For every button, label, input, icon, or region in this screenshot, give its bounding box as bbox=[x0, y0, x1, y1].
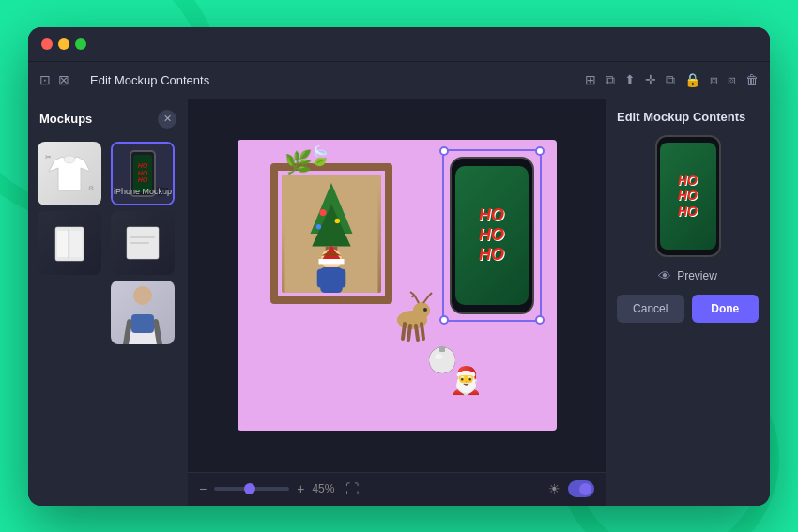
app-window: ⊡ ⊠ Edit Mockup Contents ⊞ ⧉ ⬆ ✛ ⧉ 🔒 ⧈ ⧇… bbox=[28, 27, 770, 506]
handle-tl[interactable] bbox=[439, 146, 449, 156]
svg-line-25 bbox=[403, 324, 405, 339]
zoom-slider[interactable] bbox=[214, 487, 289, 491]
svg-point-34 bbox=[423, 308, 427, 312]
svg-rect-20 bbox=[337, 268, 345, 287]
mockup-item-paper-square[interactable] bbox=[111, 211, 175, 275]
canvas-area: 🌿 🍃 bbox=[188, 99, 606, 506]
layers-icon[interactable]: ⧉ bbox=[666, 73, 675, 86]
deer-figure bbox=[386, 290, 433, 345]
right-panel-title: Edit Mockup Contents bbox=[617, 110, 759, 124]
svg-line-33 bbox=[429, 293, 432, 296]
fit-screen-button[interactable]: ⛶ bbox=[345, 481, 359, 496]
preview-row[interactable]: 👁 Preview bbox=[617, 268, 759, 283]
add-icon[interactable]: ⊞ bbox=[585, 73, 596, 86]
svg-point-16 bbox=[315, 224, 320, 229]
svg-point-8 bbox=[133, 286, 152, 305]
lock-icon[interactable]: 🔒 bbox=[684, 73, 700, 86]
svg-line-32 bbox=[423, 296, 429, 303]
svg-point-14 bbox=[319, 208, 326, 215]
person-icon bbox=[111, 281, 175, 344]
canvas-bg: 🌿 🍃 bbox=[238, 140, 557, 431]
dark-theme-button[interactable] bbox=[568, 480, 594, 497]
upload-icon[interactable]: ⬆ bbox=[624, 73, 636, 86]
eye-icon: 👁 bbox=[658, 268, 671, 283]
zoom-percent: 45% bbox=[312, 482, 334, 495]
move-icon[interactable]: ✛ bbox=[645, 73, 656, 86]
svg-line-29 bbox=[414, 295, 419, 303]
toolbar-title: Edit Mockup Contents bbox=[90, 73, 209, 87]
hoho-preview-text: HOHOHO bbox=[678, 173, 698, 218]
svg-rect-2 bbox=[57, 231, 69, 257]
holly-decoration: 🍃 bbox=[308, 144, 331, 167]
canvas-bottom: − + 45% ⛶ ☀ bbox=[188, 472, 606, 506]
title-bar bbox=[28, 27, 770, 61]
traffic-lights bbox=[41, 38, 86, 50]
theme-toggle: ☀ bbox=[548, 480, 594, 497]
trim-icon[interactable]: ⊠ bbox=[58, 73, 69, 86]
crop-icon[interactable]: ⊡ bbox=[39, 73, 51, 86]
svg-rect-38 bbox=[439, 346, 445, 352]
done-button[interactable]: Done bbox=[692, 295, 760, 323]
toolbar-left: ⊡ ⊠ bbox=[39, 73, 69, 86]
svg-line-26 bbox=[408, 326, 410, 340]
girl-figure bbox=[282, 175, 381, 293]
book-icon bbox=[46, 220, 93, 266]
mockups-header: Mockups ✕ bbox=[38, 108, 178, 134]
paper-open-preview bbox=[38, 211, 101, 275]
canvas-main[interactable]: 🌿 🍃 bbox=[188, 99, 606, 472]
right-panel: Edit Mockup Contents HOHOHO 👁 Preview Ca… bbox=[606, 99, 770, 506]
svg-line-28 bbox=[422, 324, 423, 339]
tshirt-icon bbox=[45, 153, 94, 194]
ungroup-icon[interactable]: ⧇ bbox=[728, 73, 736, 86]
mockups-panel-title: Mockups bbox=[39, 112, 92, 126]
svg-point-37 bbox=[435, 354, 442, 359]
svg-rect-19 bbox=[316, 268, 325, 287]
right-panel-actions: Cancel Done bbox=[617, 295, 759, 323]
toolbar-icons: ⊞ ⧉ ⬆ ✛ ⧉ 🔒 ⧈ ⧇ 🗑 bbox=[585, 73, 759, 86]
handle-br[interactable] bbox=[535, 315, 545, 325]
svg-rect-6 bbox=[130, 236, 155, 238]
duplicate-icon[interactable]: ⧉ bbox=[606, 73, 615, 86]
mockup-item-tshirt[interactable]: ✂ ⚙ bbox=[38, 142, 101, 205]
svg-line-27 bbox=[416, 326, 418, 340]
girl-photo bbox=[282, 175, 381, 293]
paper-square-icon bbox=[119, 220, 166, 266]
phone-preview-screen: HOHOHO bbox=[660, 143, 716, 250]
phone-preview-container: HOHOHO bbox=[617, 135, 759, 257]
phone-mockup-selected[interactable]: HO HO HO bbox=[450, 157, 534, 314]
tshirt-preview: ✂ ⚙ bbox=[38, 142, 101, 205]
mockup-item-paper-open[interactable] bbox=[38, 211, 101, 275]
handle-bl[interactable] bbox=[439, 315, 449, 325]
phone-preview-thumb: HOHOHO bbox=[655, 135, 721, 257]
light-theme-icon[interactable]: ☀ bbox=[548, 481, 560, 496]
zoom-thumb[interactable] bbox=[244, 483, 255, 494]
svg-point-15 bbox=[334, 218, 339, 222]
zoom-out-button[interactable]: − bbox=[199, 481, 207, 496]
close-panel-button[interactable]: ✕ bbox=[158, 110, 176, 129]
handle-tr[interactable] bbox=[535, 146, 545, 156]
paper-square-preview bbox=[111, 211, 175, 275]
person-preview bbox=[111, 281, 175, 344]
mockup-item-iphone[interactable]: HOHOHO iPhone Mockup ☞ bbox=[111, 142, 175, 205]
phone-screen: HO HO HO bbox=[455, 166, 529, 305]
cursor-icon: ☞ bbox=[156, 182, 169, 200]
svg-line-31 bbox=[412, 295, 414, 297]
mockup-item-person[interactable] bbox=[111, 281, 175, 344]
close-traffic-light[interactable] bbox=[41, 38, 53, 50]
xmas-scene: 🌿 🍃 bbox=[238, 140, 557, 431]
svg-rect-22 bbox=[318, 259, 344, 264]
hoho-display: HO HO HO bbox=[479, 205, 504, 264]
mockups-panel: Mockups ✕ ✂ ⚙ bbox=[28, 99, 188, 506]
zoom-in-button[interactable]: + bbox=[297, 481, 304, 496]
minimize-traffic-light[interactable] bbox=[58, 38, 69, 50]
svg-point-24 bbox=[413, 302, 430, 319]
svg-rect-7 bbox=[130, 242, 149, 244]
main-content: Mockups ✕ ✂ ⚙ bbox=[28, 99, 770, 506]
maximize-traffic-light[interactable] bbox=[75, 38, 86, 50]
delete-icon[interactable]: 🗑 bbox=[745, 73, 759, 86]
svg-point-0 bbox=[64, 156, 75, 163]
svg-rect-9 bbox=[131, 314, 154, 333]
svg-rect-3 bbox=[70, 231, 82, 257]
cancel-button[interactable]: Cancel bbox=[617, 295, 684, 323]
group-icon[interactable]: ⧈ bbox=[710, 73, 718, 86]
